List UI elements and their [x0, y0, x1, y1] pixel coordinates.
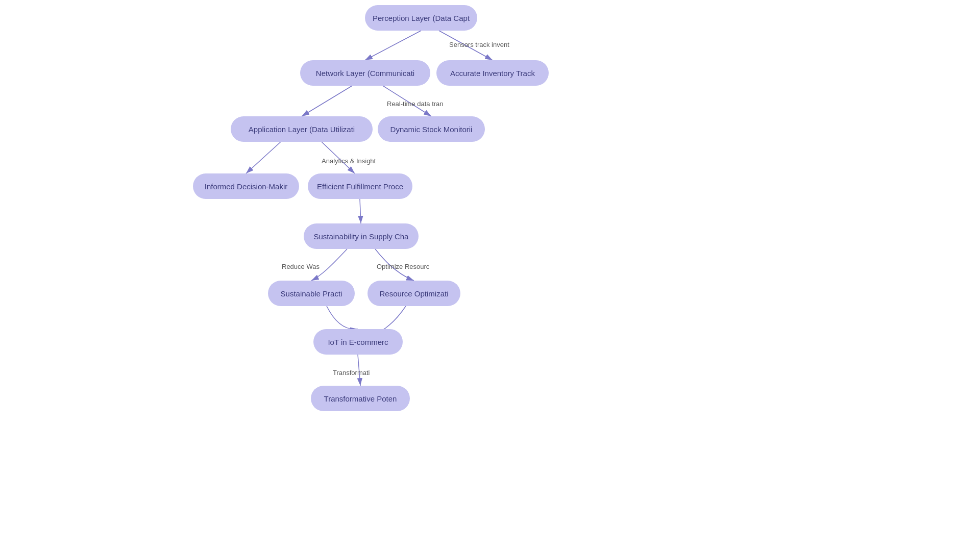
node-sustainable[interactable]: Sustainable Practi	[268, 281, 355, 306]
node-resource[interactable]: Resource Optimizati	[368, 281, 460, 306]
node-transformative[interactable]: Transformative Poten	[311, 386, 410, 411]
label-transformation: Transformati	[333, 369, 370, 377]
node-sustainability[interactable]: Sustainability in Supply Cha	[304, 223, 419, 249]
label-optimize: Optimize Resourc	[377, 263, 429, 270]
node-application[interactable]: Application Layer (Data Utilizati	[231, 116, 373, 142]
node-dynamic[interactable]: Dynamic Stock Monitorii	[378, 116, 485, 142]
edge-network-application	[302, 86, 352, 116]
node-efficient[interactable]: Efficient Fulfillment Proce	[308, 173, 412, 199]
edge-application-informed	[246, 142, 281, 173]
node-perception[interactable]: Perception Layer (Data Capt	[365, 5, 477, 31]
diagram-container: Perception Layer (Data Capt Network Laye…	[0, 0, 980, 551]
node-iot[interactable]: IoT in E-commerc	[313, 329, 403, 355]
edge-efficient-sustainability	[360, 199, 361, 223]
node-accurate[interactable]: Accurate Inventory Track	[436, 60, 549, 86]
label-reduce: Reduce Was	[282, 263, 320, 270]
node-informed[interactable]: Informed Decision-Makir	[193, 173, 299, 199]
edge-perception-network	[365, 31, 421, 60]
label-realtime: Real-time data tran	[387, 100, 444, 108]
label-sensors: Sensors track invent	[449, 41, 509, 48]
node-network[interactable]: Network Layer (Communicati	[300, 60, 430, 86]
edge-sustainable-iot	[327, 306, 358, 329]
label-analytics: Analytics & Insight	[322, 157, 376, 165]
